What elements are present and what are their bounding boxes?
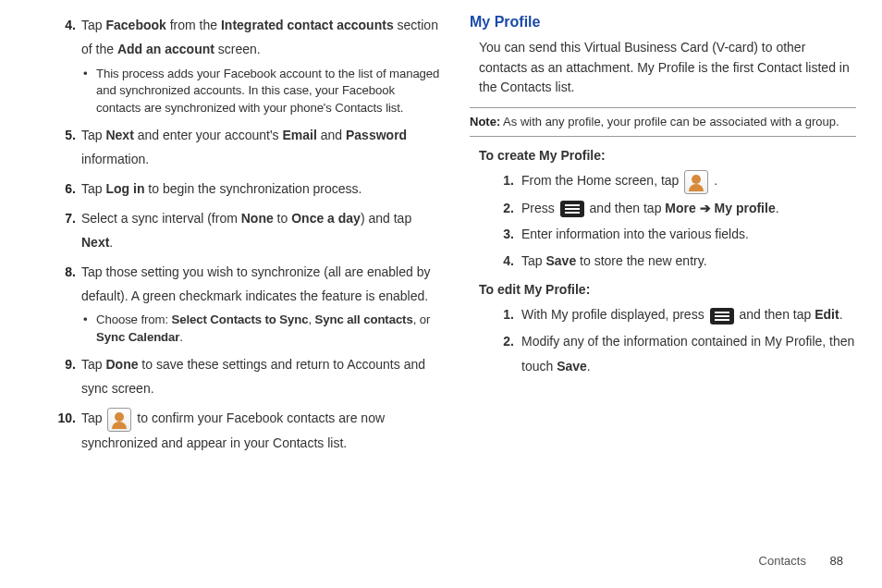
step-number: 2.: [496, 329, 514, 354]
text: .: [587, 359, 591, 374]
step-number: 1.: [496, 302, 514, 327]
bold: Integrated contact accounts: [221, 18, 394, 32]
step-number: 2.: [496, 196, 514, 221]
step-number: 5.: [54, 124, 76, 148]
step-8-sublist: Choose from: Select Contacts to Sync, Sy…: [81, 312, 440, 346]
step-text: Tap Facebook from the Integrated contact…: [81, 18, 438, 56]
contact-icon: [107, 408, 131, 432]
text: .: [109, 235, 113, 250]
bold: Save: [545, 253, 576, 268]
create-profile-steps: 1. From the Home screen, tap . 2. Press …: [470, 168, 856, 273]
text: Tap: [81, 18, 105, 32]
text: , or: [413, 312, 431, 326]
bold: Sync all contacts: [315, 312, 413, 326]
step-9: 9. Tap Done to save these settings and r…: [54, 353, 440, 401]
text: screen.: [214, 42, 261, 56]
text: and: [317, 128, 346, 142]
step-text: Tap to confirm your Facebook contacts ar…: [81, 410, 385, 449]
subhead-edit-profile: To edit My Profile:: [470, 282, 856, 297]
text: Choose from:: [96, 312, 172, 326]
create-step-3: 3. Enter information into the various fi…: [496, 222, 856, 247]
page-footer: Contacts 88: [759, 554, 843, 568]
edit-step-2: 2. Modify any of the information contain…: [496, 329, 856, 378]
edit-profile-steps: 1. With My profile displayed, press and …: [470, 302, 856, 378]
note-row: Note: As with any profile, your profile …: [470, 107, 856, 137]
page-content: 4. Tap Facebook from the Integrated cont…: [0, 0, 882, 460]
section-heading-my-profile: My Profile: [470, 14, 856, 31]
bold: Log in: [105, 181, 144, 196]
footer-section: Contacts: [759, 554, 806, 568]
text: .: [776, 201, 779, 215]
create-step-2: 2. Press and then tap More ➔ My profile.: [496, 196, 856, 221]
step-8: 8. Tap those setting you wish to synchro…: [54, 261, 440, 347]
text: information.: [81, 152, 149, 166]
create-step-1: 1. From the Home screen, tap .: [496, 168, 856, 193]
text: to begin the synchronization process.: [144, 181, 361, 196]
text: Tap: [81, 410, 105, 425]
text: and then tap: [736, 307, 815, 322]
step-text: Tap Log in to begin the synchronization …: [81, 181, 362, 196]
step-4: 4. Tap Facebook from the Integrated cont…: [54, 14, 440, 116]
text: From the Home screen, tap: [521, 173, 682, 188]
text: and enter your account's: [134, 128, 283, 142]
bullet-item: Choose from: Select Contacts to Sync, Sy…: [81, 312, 440, 346]
text: to store the new entry.: [576, 253, 706, 268]
contact-icon: [684, 170, 708, 194]
bold: Next: [81, 235, 109, 250]
step-6: 6. Tap Log in to begin the synchronizati…: [54, 178, 440, 202]
bold: Edit: [815, 307, 839, 322]
step-10: 10. Tap to confirm your Facebook contact…: [54, 407, 440, 455]
step-text: Tap Done to save these settings and retu…: [81, 357, 425, 396]
bold: Facebook: [105, 18, 165, 32]
step-4-sublist: This process adds your Facebook account …: [81, 66, 440, 116]
text: .: [179, 330, 183, 344]
bold: None: [241, 211, 274, 226]
bold: Once a day: [291, 211, 361, 226]
step-number: 9.: [54, 353, 76, 377]
right-column: My Profile You can send this Virtual Bus…: [470, 14, 856, 460]
subhead-create-profile: To create My Profile:: [470, 148, 856, 163]
text: Tap: [521, 253, 545, 268]
note-label: Note:: [470, 115, 500, 129]
bold: Add an account: [117, 42, 214, 56]
step-number: 4.: [54, 14, 76, 38]
text: to: [274, 211, 291, 226]
edit-step-1: 1. With My profile displayed, press and …: [496, 302, 856, 327]
step-number: 4.: [496, 249, 514, 274]
text: Select a sync interval (from: [81, 211, 241, 226]
step-number: 1.: [496, 168, 514, 193]
step-text: Tap Next and enter your account's Email …: [81, 128, 407, 166]
text: With My profile displayed, press: [521, 307, 708, 322]
text: Tap: [81, 181, 105, 196]
step-number: 6.: [54, 178, 76, 202]
bold: Sync Calendar: [96, 330, 179, 344]
step-number: 7.: [54, 207, 76, 231]
bold: Save: [557, 359, 587, 374]
step-number: 10.: [54, 407, 76, 431]
arrow-icon: ➔: [696, 201, 715, 215]
bold: Password: [346, 128, 407, 142]
step-7: 7. Select a sync interval (from None to …: [54, 207, 440, 255]
bold: Done: [105, 357, 138, 372]
left-column: 4. Tap Facebook from the Integrated cont…: [26, 14, 440, 460]
text: ,: [308, 312, 314, 326]
step-5: 5. Tap Next and enter your account's Ema…: [54, 124, 440, 172]
text: .: [710, 173, 717, 188]
step-text: Tap those setting you wish to synchroniz…: [81, 264, 430, 303]
create-step-4: 4. Tap Save to store the new entry.: [496, 249, 856, 274]
bold: My profile: [715, 201, 776, 215]
text: Press: [521, 201, 558, 215]
main-steps-list: 4. Tap Facebook from the Integrated cont…: [54, 14, 440, 455]
text: Tap: [81, 357, 105, 372]
text: Tap: [81, 128, 105, 142]
bold: Select Contacts to Sync: [172, 312, 309, 326]
step-text: Select a sync interval (from None to Onc…: [81, 211, 411, 250]
bullet-item: This process adds your Facebook account …: [81, 66, 440, 116]
bold: Next: [105, 128, 133, 142]
step-number: 3.: [496, 222, 514, 247]
text: ) and tap: [361, 211, 411, 226]
step-number: 8.: [54, 261, 76, 285]
intro-paragraph: You can send this Virtual Business Card …: [470, 38, 856, 98]
text: .: [839, 307, 843, 322]
menu-icon: [560, 201, 584, 217]
